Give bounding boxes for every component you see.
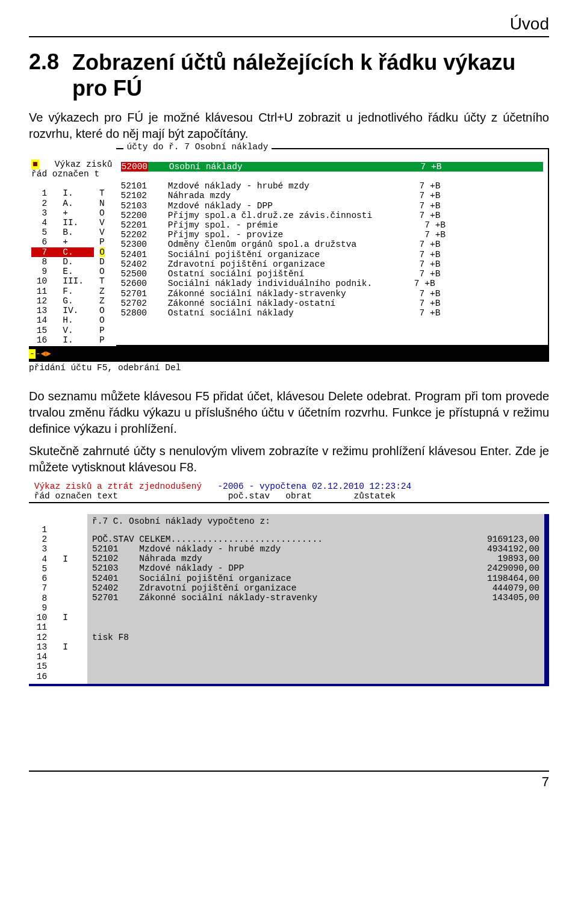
panel-row: 52103 Mzdové náklady - DPP2429090,00 xyxy=(92,563,539,573)
account-row: 52201 Příjmy spol. - prémie 7 +B xyxy=(121,220,446,230)
section-number: 2.8 xyxy=(29,49,59,75)
scr2-row: 3 xyxy=(31,544,84,554)
account-row: 52701 Zákonné sociální náklady-stravenky… xyxy=(121,289,441,299)
scr2-row: 15 xyxy=(31,662,84,671)
scr2-panel-title: ř.7 C. Osobní náklady vypočteno z: xyxy=(92,516,539,526)
panel-row: POČ.STAV CELKEM.........................… xyxy=(92,535,539,544)
scr2-row-numbers: 1 2 3 4 I 5 6 7 8 9 10 I 11 12 13 I 14 1… xyxy=(29,503,87,684)
panel-row: 52102 Náhrada mzdy19893,00 xyxy=(92,554,539,563)
scr1-row-selected[interactable]: 7 C. O xyxy=(31,247,105,257)
scr1-left-title: Výkaz zisků xyxy=(55,160,113,169)
page-footer: 7 xyxy=(29,771,549,790)
scr1-row: 4 II. V xyxy=(31,218,105,228)
scr2-detail-panel: ř.7 C. Osobní náklady vypočteno z: POČ.S… xyxy=(87,514,549,684)
account-row: 52101 Mzdové náklady - hrubé mzdy 7 +B xyxy=(121,181,441,191)
scr2-title-left: Výkaz zisků a ztrát zjednodušený xyxy=(34,482,202,491)
paragraph-3: Skutečně zahrnuté účty s nenulovým vlive… xyxy=(29,443,549,476)
section-title: Zobrazení účtů náležejících k řádku výka… xyxy=(72,49,549,101)
scr1-row: 8 D. D xyxy=(31,257,105,267)
corner-marker: ■ xyxy=(31,160,39,169)
account-row: 52702 Zákonné sociální náklady-ostatní 7… xyxy=(121,299,441,308)
scr1-row: 13 IV. O xyxy=(31,306,105,315)
account-row: 52401 Sociální pojištění organizace 7 +B xyxy=(121,250,441,259)
account-name: Osobní náklady xyxy=(169,162,243,172)
scr2-row: 8 xyxy=(31,594,84,603)
account-row: 52103 Mzdové náklady - DPP 7 +B xyxy=(121,201,441,211)
scr2-row: 5 xyxy=(31,564,84,574)
scr1-accounts: 52000 Osobní náklady 7 +B 52101 Mzdové n… xyxy=(116,149,548,330)
account-row: 52202 Příjmy spol. - provize 7 +B xyxy=(121,230,446,240)
scrturquoise-row: 12 xyxy=(31,633,84,642)
scr2-row: 6 xyxy=(31,574,84,583)
scr2-row: 11 xyxy=(31,622,84,632)
scr1-right-title: účty do ř. 7 Osobní náklady xyxy=(123,142,272,152)
scr2-row: 7 xyxy=(31,583,84,593)
scr1-row: 3 + O xyxy=(31,208,105,218)
account-row: 52800 Ostatní sociální náklady 7 +B xyxy=(121,308,441,318)
scr2-row: 9 xyxy=(31,603,84,613)
scr2-title-right: 02.12.2010 12:23:24 xyxy=(312,482,411,491)
page-number: 7 xyxy=(29,774,549,790)
scr2-row: 13 I xyxy=(31,642,84,652)
scr1-left-pane: ■ Výkaz zisků řád označen t 1 I. T 2 A. … xyxy=(29,148,116,346)
scr2-row: 10 I xyxy=(31,613,84,622)
intro-paragraph: Ve výkazech pro FÚ je možné klávesou Ctr… xyxy=(29,110,549,142)
scr2-row: 1 xyxy=(31,525,84,535)
scr1-hint-line: přidání účtu F5, odebrání Del xyxy=(29,363,549,373)
account-row: 52500 Ostatní sociální pojištění 7 +B xyxy=(121,269,441,279)
account-code: 52000 xyxy=(121,162,149,172)
scr1-row: 11 F. Z xyxy=(31,287,105,296)
account-row: 52402 Zdravotní pojištění organizace 7 +… xyxy=(121,259,441,269)
status-arrow-icon: --◄► xyxy=(29,349,51,359)
panel-row: 52701 Zákonné sociální náklady-stravenky… xyxy=(92,593,539,603)
scr2-row: 14 xyxy=(31,652,84,662)
scr1-row: 6 + P xyxy=(31,237,105,247)
scr2-row: 4 I xyxy=(31,554,84,564)
scr2-row: 16 xyxy=(31,672,84,681)
scr1-row: 15 V. P xyxy=(31,326,105,335)
scr2-row: 2 xyxy=(31,535,84,544)
account-row: 52200 Příjmy spol.a čl.druž.ze závis.čin… xyxy=(121,211,441,220)
scr1-row: 14 H. O xyxy=(31,315,105,325)
account-row: 52600 Sociální náklady individuálního po… xyxy=(121,279,435,288)
scr1-row: 9 E. O xyxy=(31,267,105,276)
scr1-right-pane: účty do ř. 7 Osobní náklady 52000 Osobní… xyxy=(116,148,549,346)
account-row: 52102 Náhrada mzdy 7 +B xyxy=(121,191,441,200)
section-heading: 2.8 Zobrazení účtů náležejících k řádku … xyxy=(29,49,549,101)
screenshot-accounts-list: ■ Výkaz zisků řád označen t 1 I. T 2 A. … xyxy=(29,148,549,373)
account-row-selected[interactable]: 52000 Osobní náklady 7 +B xyxy=(121,162,543,172)
scr1-row: 2 A. N xyxy=(31,199,105,208)
panel-row: 52402 Zdravotní pojištění organizace4440… xyxy=(92,583,539,593)
footer-rule xyxy=(29,771,549,772)
scr1-row: 12 G. Z xyxy=(31,296,105,306)
scr1-row: 1 I. T xyxy=(31,188,105,198)
scr2-panel-hint: tisk F8 xyxy=(92,633,539,642)
panel-row: 52101 Mzdové náklady - hrubé mzdy4934192… xyxy=(92,544,539,554)
scr2-column-header: řád označen text poč.stav obrat zůstatek xyxy=(29,491,549,503)
page-header: Úvod xyxy=(29,14,549,34)
scr2-title-mid: -2006 - vypočtena xyxy=(217,482,306,491)
panel-row: 52401 Sociální pojištění organizace11984… xyxy=(92,574,539,583)
scr1-row: 16 I. P xyxy=(31,335,105,345)
screenshot-computed-accounts: Výkaz zisků a ztrát zjednodušený -2006 -… xyxy=(29,482,549,686)
scr1-status-bar: --◄► xyxy=(29,346,549,362)
scr1-row: 10 III. T xyxy=(31,276,105,286)
header-rule xyxy=(29,36,549,37)
scr2-title: Výkaz zisků a ztrát zjednodušený -2006 -… xyxy=(29,482,549,491)
account-row: 52300 Odměny členům orgánů spol.a družst… xyxy=(121,240,441,249)
scr1-row: 5 B. V xyxy=(31,228,105,237)
scr1-left-header: řád označen t xyxy=(31,169,99,179)
paragraph-2: Do seznamu můžete klávesou F5 přidat úče… xyxy=(29,388,549,437)
